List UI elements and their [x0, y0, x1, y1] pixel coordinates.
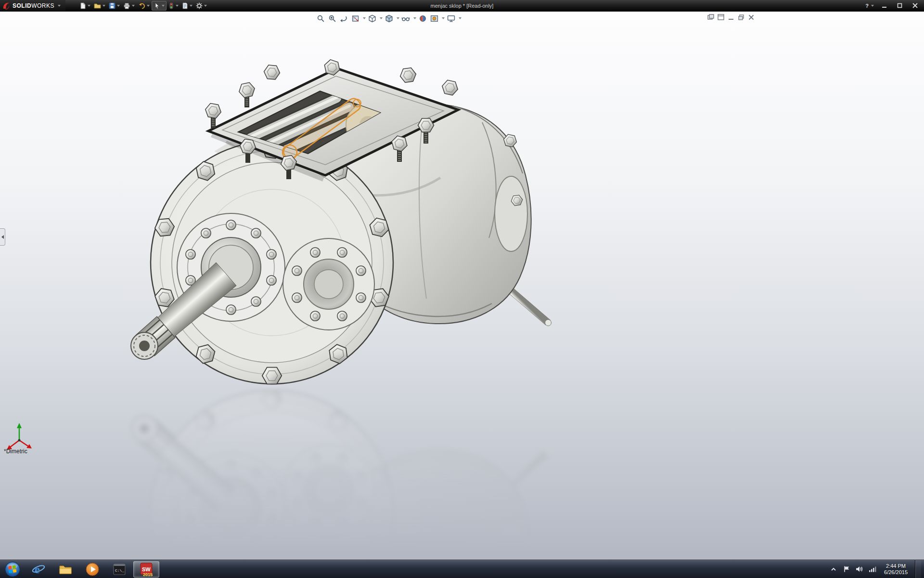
- tray-expand-button[interactable]: [829, 565, 838, 574]
- titlebar: SOLIDWORKS: [0, 0, 924, 12]
- section-view-button[interactable]: [350, 13, 360, 24]
- apply-scene-button[interactable]: [429, 13, 439, 24]
- zoom-to-fit-button[interactable]: [315, 13, 326, 24]
- previous-view-icon: [340, 14, 348, 23]
- view-orientation-cube-icon: [368, 14, 376, 23]
- cascade-windows-icon: [718, 14, 724, 20]
- save-button[interactable]: [107, 1, 121, 11]
- new-document-button[interactable]: [78, 1, 92, 11]
- section-view-icon: [351, 14, 359, 23]
- clock-time: 2:44 PM: [884, 563, 908, 569]
- view-settings-button[interactable]: [446, 13, 456, 24]
- maximize-button[interactable]: [894, 2, 905, 10]
- options-gear-icon: [196, 2, 203, 9]
- file-properties-button[interactable]: [180, 1, 194, 11]
- clock-date: 6/26/2015: [884, 569, 908, 576]
- open-button[interactable]: [92, 1, 107, 11]
- doc-minimize-button[interactable]: [727, 13, 735, 21]
- previous-view-button[interactable]: [338, 13, 349, 24]
- command-prompt-icon: C:\_: [112, 562, 127, 577]
- help-button[interactable]: ?: [865, 3, 874, 9]
- hide-show-glasses-icon: [401, 14, 410, 23]
- solidworks-logo-text: SOLIDWORKS: [13, 2, 54, 9]
- panel-collapse-tab[interactable]: [0, 228, 5, 246]
- close-icon: [912, 3, 918, 8]
- taskbar-item-solidworks[interactable]: SW 2015: [133, 561, 159, 578]
- system-tray: 2:44 PM 6/26/2015: [829, 560, 924, 578]
- select-button[interactable]: [152, 1, 167, 11]
- minimize-button[interactable]: [879, 2, 889, 10]
- start-orb-icon: [4, 561, 21, 578]
- internet-explorer-icon: e: [31, 562, 46, 577]
- rebuild-button[interactable]: [167, 1, 180, 11]
- undo-button[interactable]: [137, 1, 151, 11]
- quick-access-toolbar: [65, 1, 208, 11]
- windows-taskbar: e C:\_: [0, 560, 924, 578]
- section-dropdown-arrow[interactable]: [363, 17, 366, 19]
- close-button[interactable]: [910, 2, 920, 10]
- solidworks-logo: SOLIDWORKS: [0, 0, 65, 11]
- new-window-icon: [707, 14, 714, 20]
- help-label: ?: [865, 3, 869, 9]
- view-settings-dropdown-arrow[interactable]: [459, 17, 462, 19]
- display-style-dropdown-arrow[interactable]: [397, 17, 399, 19]
- view-orientation-button[interactable]: [367, 13, 377, 24]
- solidworks-window: SOLIDWORKS: [0, 0, 924, 578]
- solidworks-ds-icon: [2, 1, 11, 10]
- tray-expand-icon: [831, 566, 836, 572]
- help-dropdown-arrow: [871, 5, 874, 7]
- taskbar-item-media-player[interactable]: [79, 561, 105, 578]
- volume-speaker-icon: [856, 565, 863, 573]
- show-desktop-button[interactable]: [915, 560, 921, 578]
- print-button[interactable]: [122, 1, 136, 11]
- cascade-windows-button[interactable]: [717, 13, 725, 21]
- zoom-to-area-icon: [328, 14, 336, 23]
- graphics-area[interactable]: *Dimetric: [0, 12, 924, 560]
- network-icon: [869, 565, 876, 573]
- svg-text:C:\_: C:\_: [115, 568, 124, 573]
- open-icon: [94, 2, 101, 9]
- orientation-dropdown-arrow[interactable]: [380, 17, 383, 19]
- new-window-button[interactable]: [706, 13, 715, 21]
- taskbar-item-internet-explorer[interactable]: e: [26, 561, 51, 578]
- network-button[interactable]: [868, 565, 877, 574]
- taskbar-clock[interactable]: 2:44 PM 6/26/2015: [881, 563, 911, 576]
- display-style-button[interactable]: [384, 13, 394, 24]
- gearbox-model[interactable]: [131, 58, 552, 384]
- action-center-flag-icon: [843, 565, 850, 573]
- model-reflection: [131, 391, 552, 560]
- options-button[interactable]: [194, 1, 208, 11]
- taskbar-item-command-prompt[interactable]: C:\_: [106, 561, 132, 578]
- action-center-button[interactable]: [842, 565, 851, 574]
- taskbar-item-windows-explorer[interactable]: [52, 561, 78, 578]
- edit-appearance-ball-icon: [419, 14, 427, 23]
- model-canvas[interactable]: [0, 12, 924, 560]
- minimize-icon: [882, 3, 887, 8]
- display-style-icon: [385, 14, 393, 23]
- solidworks-version-badge: 2015: [143, 572, 153, 577]
- doc-restore-button[interactable]: [737, 13, 745, 21]
- edit-appearance-button[interactable]: [417, 13, 428, 24]
- doc-close-icon: [748, 14, 754, 20]
- hide-show-items-button[interactable]: [400, 13, 411, 24]
- hide-show-dropdown-arrow[interactable]: [413, 17, 416, 19]
- solidworks-app-icon: SW 2015: [139, 562, 154, 577]
- rebuild-icon: [168, 2, 174, 9]
- scene-dropdown-arrow[interactable]: [442, 17, 445, 19]
- titlebar-controls: ?: [865, 2, 924, 10]
- collapse-arrow-icon: [1, 235, 4, 239]
- maximize-icon: [897, 3, 902, 8]
- select-cursor-icon: [154, 2, 160, 9]
- undo-icon: [138, 2, 145, 9]
- view-settings-icon: [447, 14, 455, 23]
- document-window-controls: [706, 13, 755, 21]
- svg-text:SW: SW: [142, 566, 151, 572]
- zoom-to-area-button[interactable]: [327, 13, 337, 24]
- doc-close-button[interactable]: [747, 13, 755, 21]
- secondary-bearing-boss[interactable]: [283, 238, 374, 330]
- volume-button[interactable]: [855, 565, 864, 574]
- save-icon: [109, 2, 116, 9]
- heads-up-view-toolbar: [315, 13, 462, 24]
- logo-dropdown-arrow[interactable]: [58, 5, 61, 7]
- start-button[interactable]: [0, 560, 25, 578]
